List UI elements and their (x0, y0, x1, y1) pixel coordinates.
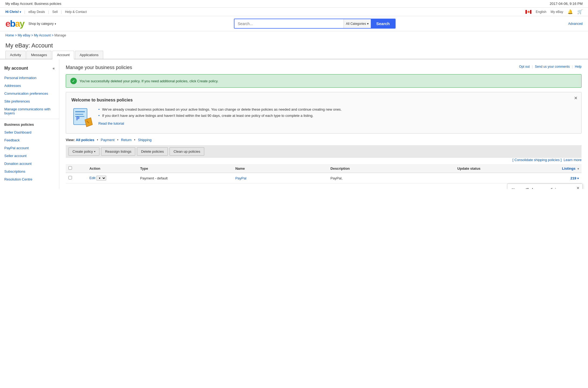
greeting-dropdown[interactable]: Hi Chris! (5, 10, 21, 14)
create-policy-button[interactable]: Create policy ▾ (68, 147, 99, 156)
sidebar-item-seller-account[interactable]: Seller account (0, 152, 59, 160)
breadcrumb: Home > My eBay > My Account > Manage (0, 31, 588, 39)
advanced-search-link[interactable]: Advanced (568, 22, 583, 26)
sidebar-collapse-button[interactable]: « (53, 66, 55, 70)
svg-rect-1 (525, 10, 527, 14)
ebay-deals-link[interactable]: eBay Deals (28, 10, 45, 14)
select-all-checkbox[interactable] (68, 166, 72, 170)
consolidate-shipping-link[interactable]: [ Consolidate shipping policies ] (513, 158, 562, 162)
nav-bar-right: Advanced (568, 22, 583, 26)
opt-out-link[interactable]: Opt out (519, 65, 530, 69)
welcome-title: Welcome to business policies (71, 98, 576, 103)
welcome-bullet-1: We've already created business policies … (98, 106, 342, 113)
page-datetime: 2017-04-06, 9:16 PM (550, 2, 583, 6)
tab-applications[interactable]: Applications (75, 51, 103, 59)
tab-messages[interactable]: Messages (26, 51, 51, 59)
main-header: Manage your business policies Opt out | … (66, 65, 582, 70)
listings-sort-icon[interactable]: ▾ (577, 167, 579, 170)
view-all-policies[interactable]: All policies (76, 138, 94, 142)
read-tutorial-link[interactable]: Read the tutorial (98, 121, 124, 125)
svg-rect-2 (530, 10, 531, 14)
learn-more-link[interactable]: Learn more (564, 158, 582, 162)
shop-by-category[interactable]: Shop by category (29, 22, 56, 26)
row-checkbox[interactable] (68, 176, 72, 179)
svg-rect-6 (75, 114, 83, 115)
sidebar-item-paypal-account[interactable]: PayPal account (0, 144, 59, 152)
category-select[interactable]: All Categories ▾ (344, 19, 371, 28)
top-title-row: My eBay Account: Business policies 2017-… (0, 0, 588, 8)
policies-table: Action Type Name Description Update stat… (66, 164, 582, 183)
view-shipping[interactable]: Shipping (138, 138, 152, 142)
welcome-bullet-2: If you don't have any active listings an… (98, 113, 342, 119)
category-chevron: ▾ (367, 22, 369, 26)
view-return[interactable]: Return (121, 138, 132, 142)
search-input[interactable] (234, 19, 343, 28)
help-contact-link[interactable]: Help & Contact (65, 10, 87, 14)
col-header-action: Action (87, 164, 137, 173)
search-button[interactable]: Search (371, 19, 395, 28)
top-bar: Hi Chris! | eBay Deals | Sell | Help & C… (0, 8, 588, 16)
tab-account[interactable]: Account (52, 51, 74, 59)
view-filter: View: All policies • Payment • Return • … (66, 138, 582, 142)
col-header-description: Description (328, 164, 455, 173)
table-row: Edit ▾ Payment - default PayPal PayPal, … (66, 173, 582, 183)
edit-link[interactable]: Edit (89, 176, 95, 180)
sidebar-item-resolution-centre[interactable]: Resolution Centre (0, 175, 59, 183)
sidebar-item-business-policies[interactable]: Business policies (0, 121, 59, 128)
tab-activity[interactable]: Activity (5, 51, 26, 59)
tabs-bar: Activity Messages Account Applications (0, 51, 588, 59)
row-listings-cell: 219 ▾ (531, 173, 582, 183)
row-type-cell: Payment - default (137, 173, 233, 183)
tooltip-popup: ✕ How we'll clean up policies: Delete po… (507, 183, 583, 189)
row-checkbox-cell (66, 173, 87, 183)
listings-dropdown-caret[interactable]: ▾ (577, 176, 579, 180)
ebay-logo[interactable]: ebay (5, 18, 24, 29)
edit-dropdown[interactable]: ▾ (96, 176, 106, 181)
welcome-close-button[interactable]: ✕ (574, 96, 577, 101)
notifications-icon[interactable] (568, 9, 573, 14)
col-header-update-status: Update status (455, 164, 531, 173)
svg-text:P: P (76, 116, 79, 121)
breadcrumb-home[interactable]: Home (5, 33, 14, 37)
sidebar-item-seller-dashboard[interactable]: Seller Dashboard (0, 128, 59, 136)
sidebar-item-donation-account[interactable]: Donation account (0, 160, 59, 168)
reassign-listings-button[interactable]: Reassign listings (101, 147, 136, 156)
cart-icon[interactable] (577, 9, 583, 14)
page-title: My eBay: Account (0, 39, 588, 51)
welcome-text: We've already created business policies … (98, 106, 342, 125)
sidebar-item-site-preferences[interactable]: Site preferences (0, 97, 59, 105)
policy-name-link[interactable]: PayPal (235, 176, 246, 180)
shop-by-chevron (55, 22, 56, 26)
top-bar-left: Hi Chris! | eBay Deals | Sell | Help & C… (5, 10, 87, 14)
col-header-type: Type (137, 164, 233, 173)
myebay-link[interactable]: My eBay (551, 10, 563, 14)
sidebar-item-communication-preferences[interactable]: Communication preferences (0, 90, 59, 97)
success-banner: ✓ You've successfully deleted your polic… (66, 74, 582, 88)
breadcrumb-current: Manage (54, 33, 66, 37)
sidebar-item-addresses[interactable]: Addresses (0, 82, 59, 90)
view-payment[interactable]: Payment (101, 138, 115, 142)
language-label[interactable]: English (536, 10, 546, 14)
row-status-cell (455, 173, 531, 183)
clean-up-policies-button[interactable]: Clean up policies (170, 147, 204, 156)
sidebar-divider (0, 119, 59, 119)
sidebar-item-manage-communications[interactable]: Manage communications with buyers (0, 105, 59, 117)
delete-policies-button[interactable]: Delete policies (137, 147, 168, 156)
sidebar-item-personal-information[interactable]: Personal information (0, 74, 59, 82)
listings-count: 219 (570, 176, 576, 180)
sidebar-item-subscriptions[interactable]: Subscriptions (0, 168, 59, 175)
welcome-content: P We've already created business policie… (71, 106, 576, 128)
row-description-cell: PayPal, (328, 173, 455, 183)
tooltip-close-button[interactable]: ✕ (576, 186, 580, 189)
row-name-cell: PayPal (233, 173, 328, 183)
content-area: My account « Personal information Addres… (0, 59, 588, 189)
flag-icon: 🍁 (525, 10, 531, 14)
welcome-policy-icon: P (71, 106, 93, 128)
breadcrumb-myaccount[interactable]: My Account (34, 33, 51, 37)
help-link[interactable]: Help (575, 65, 582, 69)
breadcrumb-myebay[interactable]: My eBay (18, 33, 30, 37)
sidebar-header: My account « (0, 64, 59, 74)
sell-link[interactable]: Sell (52, 10, 58, 14)
send-comments-link[interactable]: Send us your comments (535, 65, 570, 69)
sidebar-item-feedback[interactable]: Feedback (0, 136, 59, 144)
